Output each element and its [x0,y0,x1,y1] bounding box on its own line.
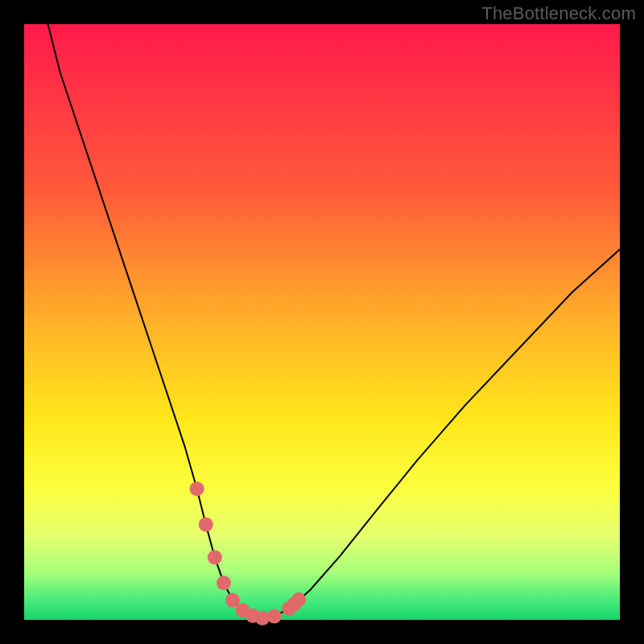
gradient-background [24,24,620,620]
fit-dot [291,592,306,607]
watermark-text: TheBottleneck.com [481,3,636,24]
bottleneck-chart [0,0,644,644]
fit-dot [190,481,204,496]
fit-dot [199,518,213,532]
fit-dot [217,576,231,590]
chart-frame: TheBottleneck.com [0,0,644,644]
fit-dot [208,550,222,564]
fit-dot [267,609,282,624]
